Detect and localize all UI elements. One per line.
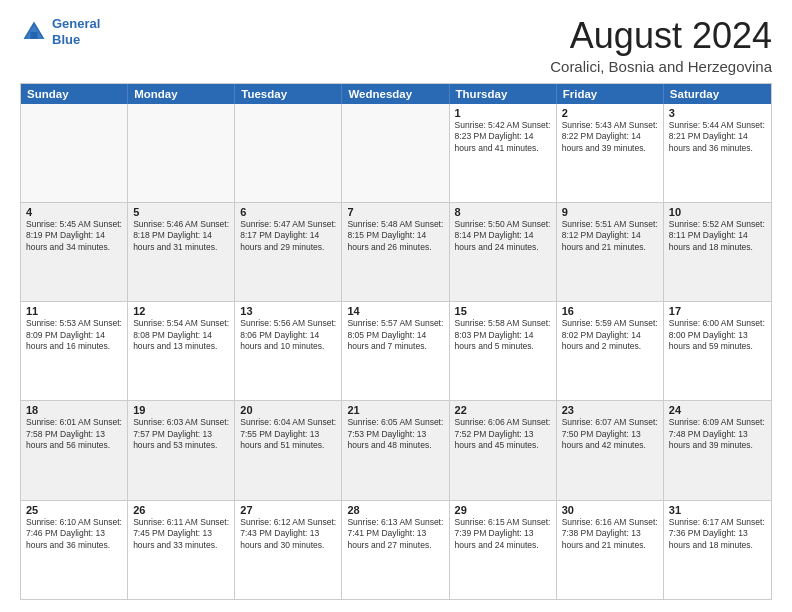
day-info: Sunrise: 6:17 AM Sunset: 7:36 PM Dayligh… [669, 517, 766, 551]
day-info: Sunrise: 5:53 AM Sunset: 8:09 PM Dayligh… [26, 318, 122, 352]
calendar-cell-empty [342, 104, 449, 202]
day-info: Sunrise: 5:54 AM Sunset: 8:08 PM Dayligh… [133, 318, 229, 352]
subtitle: Coralici, Bosnia and Herzegovina [550, 58, 772, 75]
calendar-row-2: 11Sunrise: 5:53 AM Sunset: 8:09 PM Dayli… [21, 301, 771, 400]
calendar-row-4: 25Sunrise: 6:10 AM Sunset: 7:46 PM Dayli… [21, 500, 771, 599]
day-number: 31 [669, 504, 766, 516]
calendar-cell-day-25: 25Sunrise: 6:10 AM Sunset: 7:46 PM Dayli… [21, 501, 128, 599]
day-info: Sunrise: 6:00 AM Sunset: 8:00 PM Dayligh… [669, 318, 766, 352]
day-info: Sunrise: 5:42 AM Sunset: 8:23 PM Dayligh… [455, 120, 551, 154]
day-info: Sunrise: 6:16 AM Sunset: 7:38 PM Dayligh… [562, 517, 658, 551]
calendar-cell-day-10: 10Sunrise: 5:52 AM Sunset: 8:11 PM Dayli… [664, 203, 771, 301]
calendar-cell-empty [128, 104, 235, 202]
calendar-cell-day-15: 15Sunrise: 5:58 AM Sunset: 8:03 PM Dayli… [450, 302, 557, 400]
header-day-saturday: Saturday [664, 84, 771, 104]
day-info: Sunrise: 5:52 AM Sunset: 8:11 PM Dayligh… [669, 219, 766, 253]
day-info: Sunrise: 5:48 AM Sunset: 8:15 PM Dayligh… [347, 219, 443, 253]
day-number: 19 [133, 404, 229, 416]
day-number: 22 [455, 404, 551, 416]
day-info: Sunrise: 5:51 AM Sunset: 8:12 PM Dayligh… [562, 219, 658, 253]
day-number: 26 [133, 504, 229, 516]
day-info: Sunrise: 6:13 AM Sunset: 7:41 PM Dayligh… [347, 517, 443, 551]
title-block: August 2024 Coralici, Bosnia and Herzego… [550, 16, 772, 75]
day-number: 2 [562, 107, 658, 119]
calendar-cell-day-27: 27Sunrise: 6:12 AM Sunset: 7:43 PM Dayli… [235, 501, 342, 599]
header-day-wednesday: Wednesday [342, 84, 449, 104]
day-info: Sunrise: 6:09 AM Sunset: 7:48 PM Dayligh… [669, 417, 766, 451]
main-title: August 2024 [550, 16, 772, 56]
calendar-cell-day-28: 28Sunrise: 6:13 AM Sunset: 7:41 PM Dayli… [342, 501, 449, 599]
day-number: 6 [240, 206, 336, 218]
logo-text: General Blue [52, 16, 100, 47]
logo-general: General [52, 16, 100, 31]
day-number: 21 [347, 404, 443, 416]
calendar-cell-day-16: 16Sunrise: 5:59 AM Sunset: 8:02 PM Dayli… [557, 302, 664, 400]
calendar-cell-empty [21, 104, 128, 202]
calendar-cell-day-26: 26Sunrise: 6:11 AM Sunset: 7:45 PM Dayli… [128, 501, 235, 599]
calendar-cell-empty [235, 104, 342, 202]
header-day-sunday: Sunday [21, 84, 128, 104]
day-info: Sunrise: 6:12 AM Sunset: 7:43 PM Dayligh… [240, 517, 336, 551]
logo-blue: Blue [52, 32, 80, 47]
day-number: 20 [240, 404, 336, 416]
day-number: 7 [347, 206, 443, 218]
calendar-cell-day-9: 9Sunrise: 5:51 AM Sunset: 8:12 PM Daylig… [557, 203, 664, 301]
day-number: 29 [455, 504, 551, 516]
day-info: Sunrise: 5:58 AM Sunset: 8:03 PM Dayligh… [455, 318, 551, 352]
calendar-cell-day-8: 8Sunrise: 5:50 AM Sunset: 8:14 PM Daylig… [450, 203, 557, 301]
calendar-header: SundayMondayTuesdayWednesdayThursdayFrid… [21, 84, 771, 104]
calendar-cell-day-17: 17Sunrise: 6:00 AM Sunset: 8:00 PM Dayli… [664, 302, 771, 400]
logo-icon [20, 18, 48, 46]
day-number: 23 [562, 404, 658, 416]
day-info: Sunrise: 6:06 AM Sunset: 7:52 PM Dayligh… [455, 417, 551, 451]
calendar-cell-day-3: 3Sunrise: 5:44 AM Sunset: 8:21 PM Daylig… [664, 104, 771, 202]
day-info: Sunrise: 5:47 AM Sunset: 8:17 PM Dayligh… [240, 219, 336, 253]
calendar-cell-day-29: 29Sunrise: 6:15 AM Sunset: 7:39 PM Dayli… [450, 501, 557, 599]
day-info: Sunrise: 6:11 AM Sunset: 7:45 PM Dayligh… [133, 517, 229, 551]
day-info: Sunrise: 5:44 AM Sunset: 8:21 PM Dayligh… [669, 120, 766, 154]
day-number: 12 [133, 305, 229, 317]
day-number: 30 [562, 504, 658, 516]
logo: General Blue [20, 16, 100, 47]
day-info: Sunrise: 6:04 AM Sunset: 7:55 PM Dayligh… [240, 417, 336, 451]
calendar-row-1: 4Sunrise: 5:45 AM Sunset: 8:19 PM Daylig… [21, 202, 771, 301]
header-day-tuesday: Tuesday [235, 84, 342, 104]
day-number: 16 [562, 305, 658, 317]
header: General Blue August 2024 Coralici, Bosni… [20, 16, 772, 75]
day-info: Sunrise: 6:03 AM Sunset: 7:57 PM Dayligh… [133, 417, 229, 451]
calendar-cell-day-19: 19Sunrise: 6:03 AM Sunset: 7:57 PM Dayli… [128, 401, 235, 499]
calendar-cell-day-18: 18Sunrise: 6:01 AM Sunset: 7:58 PM Dayli… [21, 401, 128, 499]
svg-rect-2 [31, 32, 38, 39]
header-day-friday: Friday [557, 84, 664, 104]
calendar-body: 1Sunrise: 5:42 AM Sunset: 8:23 PM Daylig… [21, 104, 771, 599]
calendar-cell-day-24: 24Sunrise: 6:09 AM Sunset: 7:48 PM Dayli… [664, 401, 771, 499]
day-info: Sunrise: 6:01 AM Sunset: 7:58 PM Dayligh… [26, 417, 122, 451]
day-number: 11 [26, 305, 122, 317]
calendar-cell-day-4: 4Sunrise: 5:45 AM Sunset: 8:19 PM Daylig… [21, 203, 128, 301]
day-info: Sunrise: 6:15 AM Sunset: 7:39 PM Dayligh… [455, 517, 551, 551]
day-number: 3 [669, 107, 766, 119]
calendar-cell-day-21: 21Sunrise: 6:05 AM Sunset: 7:53 PM Dayli… [342, 401, 449, 499]
calendar-cell-day-11: 11Sunrise: 5:53 AM Sunset: 8:09 PM Dayli… [21, 302, 128, 400]
day-number: 25 [26, 504, 122, 516]
day-info: Sunrise: 5:43 AM Sunset: 8:22 PM Dayligh… [562, 120, 658, 154]
day-number: 15 [455, 305, 551, 317]
day-number: 27 [240, 504, 336, 516]
calendar-cell-day-5: 5Sunrise: 5:46 AM Sunset: 8:18 PM Daylig… [128, 203, 235, 301]
calendar-cell-day-2: 2Sunrise: 5:43 AM Sunset: 8:22 PM Daylig… [557, 104, 664, 202]
calendar-cell-day-13: 13Sunrise: 5:56 AM Sunset: 8:06 PM Dayli… [235, 302, 342, 400]
day-number: 1 [455, 107, 551, 119]
day-number: 8 [455, 206, 551, 218]
day-info: Sunrise: 5:45 AM Sunset: 8:19 PM Dayligh… [26, 219, 122, 253]
calendar-cell-day-1: 1Sunrise: 5:42 AM Sunset: 8:23 PM Daylig… [450, 104, 557, 202]
day-info: Sunrise: 5:59 AM Sunset: 8:02 PM Dayligh… [562, 318, 658, 352]
calendar-row-3: 18Sunrise: 6:01 AM Sunset: 7:58 PM Dayli… [21, 400, 771, 499]
day-number: 17 [669, 305, 766, 317]
header-day-monday: Monday [128, 84, 235, 104]
calendar-cell-day-7: 7Sunrise: 5:48 AM Sunset: 8:15 PM Daylig… [342, 203, 449, 301]
day-number: 9 [562, 206, 658, 218]
day-info: Sunrise: 6:10 AM Sunset: 7:46 PM Dayligh… [26, 517, 122, 551]
calendar-cell-day-30: 30Sunrise: 6:16 AM Sunset: 7:38 PM Dayli… [557, 501, 664, 599]
day-info: Sunrise: 5:57 AM Sunset: 8:05 PM Dayligh… [347, 318, 443, 352]
day-number: 5 [133, 206, 229, 218]
